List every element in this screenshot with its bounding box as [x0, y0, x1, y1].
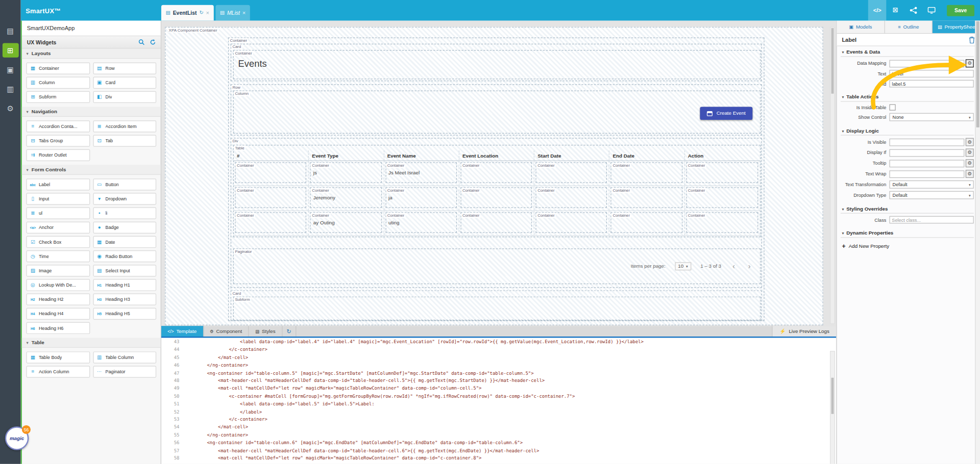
property-section-header-display-logic[interactable]: ▾Display Logic: [841, 128, 974, 136]
widget-item-date[interactable]: ▦Date: [93, 236, 156, 248]
code-line[interactable]: 52 </label>: [161, 408, 836, 416]
widget-item-tabs-group[interactable]: ⊟Tabs Group: [26, 135, 89, 146]
card-element[interactable]: Card Container Events: [231, 44, 762, 81]
cell-container[interactable]: Container: [235, 187, 306, 208]
code-view-button[interactable]: </>: [868, 0, 887, 20]
widget-item-radio-button[interactable]: ◉Radio Button: [93, 250, 156, 262]
widget-item-label[interactable]: abcLabel: [26, 178, 89, 190]
cell-container[interactable]: Container: [536, 187, 607, 208]
cell-container[interactable]: Container: [686, 212, 758, 233]
cell-container[interactable]: Container: [235, 162, 306, 183]
cell-container[interactable]: Container: [686, 162, 758, 183]
can​vas-scrollbar[interactable]: [830, 27, 835, 324]
design-surface[interactable]: XPA Component Container Container Card C…: [165, 27, 823, 325]
widget-section-header-layouts[interactable]: ▾Layouts: [22, 49, 161, 59]
widget-item-heading-h4[interactable]: H4Heading H4: [26, 308, 89, 320]
row-element[interactable]: Row Column Create Event: [231, 84, 762, 135]
widget-item-accordion-conta[interactable]: ≡Accordion Conta...: [26, 120, 89, 132]
create-event-button[interactable]: Create Event: [700, 107, 752, 120]
table-cell[interactable]: Container: [534, 186, 609, 211]
subform-element[interactable]: Subform: [233, 297, 761, 321]
code-line[interactable]: 44 </c-container>: [161, 346, 836, 354]
gear-icon[interactable]: ⚙: [966, 170, 974, 178]
widget-item-input[interactable]: ▯Input: [26, 193, 89, 204]
editor-scrollbar[interactable]: [830, 351, 835, 464]
widget-item-table-column[interactable]: ▥Table Column: [93, 351, 156, 363]
search-icon[interactable]: [138, 39, 145, 45]
gear-icon[interactable]: ⚙: [966, 148, 974, 157]
dropdown-text-transformation[interactable]: Default▾: [889, 181, 973, 189]
tab-models[interactable]: ▣Models: [837, 20, 885, 33]
card-element[interactable]: Card Subform: [231, 290, 762, 321]
code-line[interactable]: 51 <label data-comp-id="label.5" id="lab…: [161, 400, 836, 408]
table-cell[interactable]: Container: [534, 161, 609, 186]
checkbox-is-inside-table[interactable]: [889, 104, 895, 110]
widget-item-heading-h5[interactable]: H5Heading H5: [93, 308, 156, 320]
widget-item-row[interactable]: ▤Row: [93, 62, 156, 74]
widget-item-heading-h6[interactable]: H6Heading H6: [26, 322, 89, 334]
cell-container[interactable]: ContainerJeremony: [310, 187, 382, 208]
widget-item-heading-h2[interactable]: H2Heading H2: [26, 294, 89, 305]
container-element[interactable]: Container Card Container Events Row Colu…: [228, 37, 765, 321]
cell-container[interactable]: Containeruting: [385, 212, 457, 233]
cell-container[interactable]: Container: [460, 162, 532, 183]
cell-container[interactable]: Containeray Outing: [310, 212, 382, 233]
editor-tab-template[interactable]: </>Template: [161, 326, 204, 337]
cell-container[interactable]: Containerja: [385, 187, 457, 208]
table-cell[interactable]: Container: [459, 186, 534, 211]
document-tab-mlist[interactable]: ▤MList×: [215, 5, 250, 21]
widget-item-div[interactable]: ◧Div: [93, 91, 156, 103]
property-section-header-table-actions[interactable]: ▾Table Actions: [841, 94, 974, 102]
widget-item-lookup-with-de[interactable]: ◎Lookup With De...: [26, 279, 89, 291]
save-button[interactable]: Save: [947, 5, 974, 16]
dropdown-show-control[interactable]: None▾: [889, 113, 973, 121]
widget-item-select-input[interactable]: ▤Select Input: [93, 265, 156, 276]
table-cell[interactable]: Container: [234, 211, 309, 236]
tab-outline[interactable]: ≡Outline: [885, 20, 933, 33]
cell-container[interactable]: Container: [611, 162, 682, 183]
gear-icon[interactable]: ⚙: [966, 159, 974, 167]
code-line[interactable]: 56 <ng-container id="table-column.6" [ma…: [161, 439, 836, 447]
cell-container[interactable]: Container: [536, 162, 607, 183]
code-line[interactable]: 48 <mat-header-cell *matHeaderCellDef da…: [161, 377, 836, 385]
code-line[interactable]: 43 <label data-comp-id="label.4" id="lab…: [161, 339, 836, 346]
table-cell[interactable]: Containeruting: [384, 211, 459, 236]
code-line[interactable]: 53 </c-container>: [161, 416, 836, 424]
table-cell[interactable]: Container: [685, 186, 760, 211]
property-section-header-styling-overrides[interactable]: ▾Styling Overrides: [841, 206, 974, 214]
gear-icon[interactable]: ⚙: [966, 59, 974, 67]
widget-item-image[interactable]: ▨Image: [26, 265, 89, 276]
table-cell[interactable]: Container: [685, 161, 760, 186]
editor-tab-styles[interactable]: ▨Styles: [249, 326, 282, 337]
widget-item-table-body[interactable]: ▦Table Body: [26, 351, 89, 363]
table-cell[interactable]: Container: [609, 211, 684, 236]
widget-item-column[interactable]: ▥Column: [26, 77, 89, 89]
code-line[interactable]: 55 </ng-container>: [161, 431, 836, 439]
code-line[interactable]: 50 <c-container #matCell [formGroup]="mg…: [161, 393, 836, 400]
table-cell[interactable]: ContainerJs Meet Israel: [384, 161, 459, 186]
input-is-visible[interactable]: [889, 138, 964, 146]
widget-item-badge[interactable]: ●Badge: [93, 222, 156, 234]
widget-item-heading-h3[interactable]: H3Heading H3: [93, 294, 156, 305]
input-display-if[interactable]: [889, 149, 964, 157]
code-line[interactable]: 45 </mat-cell>: [161, 354, 836, 362]
input-data-mapping[interactable]: [889, 60, 964, 67]
widget-item-ul[interactable]: ≣ul: [26, 208, 89, 219]
widget-item-paginator[interactable]: ⋯Paginator: [93, 366, 156, 378]
table-cell[interactable]: Container: [534, 211, 609, 236]
input-text[interactable]: [889, 70, 973, 78]
widget-item-anchor[interactable]: <a>Anchor: [26, 222, 89, 234]
scrollbar-thumb[interactable]: [831, 378, 834, 414]
table-cell[interactable]: Containeray Outing: [309, 211, 384, 236]
table-cell[interactable]: Container: [609, 161, 684, 186]
refresh-icon[interactable]: [150, 39, 156, 45]
project-name[interactable]: SmartUXDemoApp: [22, 20, 161, 36]
table-cell[interactable]: Container: [234, 186, 309, 211]
widget-section-header-table[interactable]: ▾Table: [22, 338, 161, 348]
column-element[interactable]: Column Create Event: [233, 91, 761, 134]
cell-container[interactable]: ContainerJs Meet Israel: [385, 162, 457, 183]
panel-scrollbar[interactable]: [975, 20, 980, 463]
widget-item-button[interactable]: ▭Button: [93, 178, 156, 190]
input-class[interactable]: [889, 216, 973, 224]
code-line[interactable]: 57 <mat-header-cell *matHeaderCellDef da…: [161, 447, 836, 454]
